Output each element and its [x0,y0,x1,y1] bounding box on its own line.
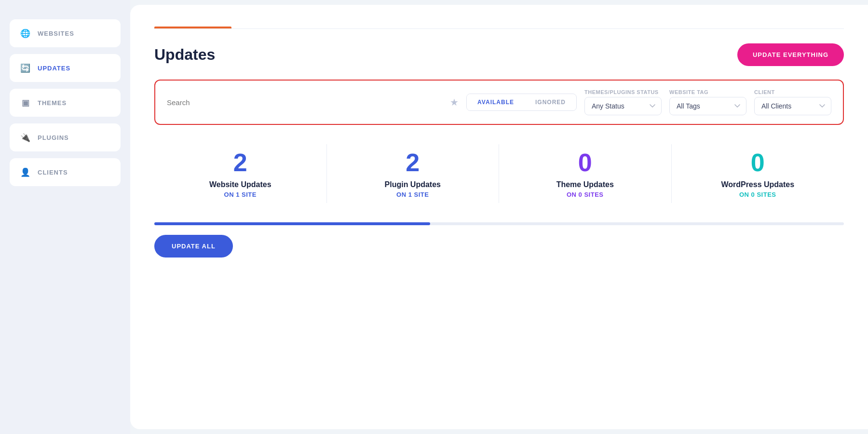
plugins-icon: 🔌 [20,132,31,143]
progress-bar-fill [154,222,430,225]
sidebar-item-label-clients: CLIENTS [38,169,68,176]
sidebar-item-themes[interactable]: ▣THEMES [10,89,121,117]
websites-icon: 🌐 [20,28,31,39]
main-content: Updates UPDATE EVERYTHING ★ AVAILABLE IG… [130,5,868,429]
stat-item-1: 2Plugin UpdatesON 1 SITE [327,144,500,203]
stat-label-3: WordPress Updates [681,180,835,189]
updates-icon: 🔄 [20,63,31,73]
progress-bar-container [154,222,844,225]
stat-label-0: Website Updates [164,180,317,189]
sidebar-item-websites[interactable]: 🌐WEBSITES [10,19,121,47]
stats-grid: 2Website UpdatesON 1 SITE2Plugin Updates… [154,144,844,203]
stat-item-0: 2Website UpdatesON 1 SITE [154,144,327,203]
tag-filter-label: WEBSITE TAG [669,89,746,95]
client-filter-group: CLIENT All Clients [754,89,831,115]
tab-ignored[interactable]: IGNORED [525,94,576,110]
top-tab-area [154,5,844,29]
stat-number-1: 2 [337,149,489,176]
top-tab-indicator [154,27,231,28]
stat-number-3: 0 [681,149,835,176]
stat-label-1: Plugin Updates [337,180,489,189]
client-filter-label: CLIENT [754,89,831,95]
stat-sublabel-1: ON 1 SITE [337,191,489,198]
tag-filter-group: WEBSITE TAG All Tags [669,89,746,115]
clients-icon: 👤 [20,167,31,177]
page-header: Updates UPDATE EVERYTHING [154,43,844,66]
stat-number-2: 0 [509,149,662,176]
page-title: Updates [154,46,215,64]
sidebar-item-plugins[interactable]: 🔌PLUGINS [10,123,121,151]
stat-sublabel-3: ON 0 SITES [681,191,835,198]
sidebar-item-clients[interactable]: 👤CLIENTS [10,158,121,186]
sidebar-item-label-themes: THEMES [38,99,67,107]
update-everything-button[interactable]: UPDATE EVERYTHING [737,43,844,66]
progress-area: UPDATE ALL [154,222,844,258]
tab-available[interactable]: AVAILABLE [467,94,525,110]
status-select[interactable]: Any Status [584,97,662,115]
status-filter-label: THEMES/PLUGINS STATUS [584,89,662,95]
stat-item-2: 0Theme UpdatesON 0 SITES [499,144,672,203]
tag-select[interactable]: All Tags [669,97,746,115]
tab-toggle: AVAILABLE IGNORED [466,94,577,111]
filter-bar: ★ AVAILABLE IGNORED THEMES/PLUGINS STATU… [154,80,844,125]
sidebar-item-updates[interactable]: 🔄UPDATES [10,54,121,82]
status-filter-group: THEMES/PLUGINS STATUS Any Status [584,89,662,115]
themes-icon: ▣ [20,97,31,108]
stat-item-3: 0WordPress UpdatesON 0 SITES [672,144,844,203]
update-all-button[interactable]: UPDATE ALL [154,235,233,258]
search-input[interactable] [167,98,442,107]
sidebar: 🌐WEBSITES🔄UPDATES▣THEMES🔌PLUGINS👤CLIENTS [0,0,130,434]
stat-label-2: Theme Updates [509,180,662,189]
sidebar-item-label-updates: UPDATES [38,65,70,72]
star-icon[interactable]: ★ [450,96,459,108]
sidebar-item-label-websites: WEBSITES [38,30,74,37]
stat-sublabel-0: ON 1 SITE [164,191,317,198]
stat-number-0: 2 [164,149,317,176]
stat-sublabel-2: ON 0 SITES [509,191,662,198]
client-select[interactable]: All Clients [754,97,831,115]
sidebar-item-label-plugins: PLUGINS [38,134,69,141]
